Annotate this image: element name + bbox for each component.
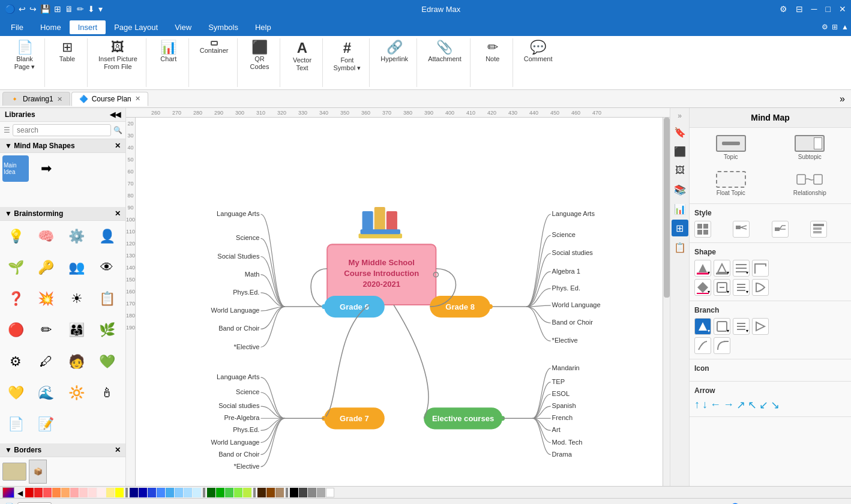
undo-icon[interactable]: ↩	[19, 4, 26, 14]
tab-expand-btn[interactable]: »	[836, 94, 849, 104]
arrow-left[interactable]: ←	[710, 398, 721, 412]
edit-icon[interactable]: ✏	[77, 4, 84, 14]
color-swatch-teal[interactable]	[166, 488, 174, 497]
side-chart-icon[interactable]: 📊	[672, 200, 688, 217]
minimize-icon[interactable]: ─	[811, 4, 817, 14]
menu-file[interactable]: File	[2, 20, 32, 34]
tab-course-plan-close[interactable]: ✕	[135, 95, 140, 103]
shape-eye[interactable]: 👁	[94, 254, 120, 281]
borders-section[interactable]: ▼ Borders ✕	[0, 443, 125, 457]
insert-picture-button[interactable]: 🖼 Insert PictureFrom File	[95, 38, 141, 73]
monitor-icon[interactable]: 🖥	[65, 4, 73, 14]
shape-gear-color[interactable]: ⚙️	[64, 223, 90, 250]
color-swatch-peach[interactable]	[97, 488, 106, 497]
shape-btn-list[interactable]: ▾	[733, 279, 750, 296]
settings-icon[interactable]: ⚙	[780, 4, 787, 14]
scrollbar-thumb[interactable]	[664, 118, 670, 298]
shape-gear-blue[interactable]: ⚙	[2, 349, 29, 375]
color-swatch-green3[interactable]	[225, 488, 233, 497]
mind-map-shapes-close-icon[interactable]: ✕	[115, 142, 121, 150]
comment-button[interactable]: 💬 Comment	[520, 38, 556, 65]
shape-document[interactable]: 📄	[2, 411, 29, 437]
style-btn-3[interactable]	[772, 221, 789, 238]
vertical-scrollbar[interactable]	[663, 118, 670, 486]
save-icon[interactable]: 💾	[40, 4, 50, 14]
shape-brain[interactable]: 🧠	[33, 223, 59, 250]
color-swatch-yellow1[interactable]	[106, 488, 115, 497]
shape-person-dark[interactable]: 👤	[94, 223, 120, 250]
shape-btn-fill[interactable]: ▾	[694, 260, 711, 277]
shape-sun[interactable]: ☀	[64, 286, 90, 312]
color-swatch-gray1[interactable]	[299, 488, 307, 497]
topic-item[interactable]: Topic	[694, 133, 768, 163]
branch-btn-1[interactable]: ▾	[694, 318, 711, 335]
branch-btn-4[interactable]	[752, 318, 769, 335]
shape-btn-outline[interactable]: ▾	[714, 260, 730, 277]
new-window-icon[interactable]: ⊞	[54, 4, 61, 14]
color-swatch-brown1[interactable]	[257, 488, 266, 497]
menu-symbols[interactable]: Symbols	[200, 20, 247, 34]
shape-group[interactable]: 👥	[64, 254, 90, 281]
palette-color-picker[interactable]	[2, 487, 14, 498]
side-image-icon[interactable]: 🖼	[672, 162, 688, 179]
maximize-icon[interactable]: □	[826, 4, 831, 14]
float-topic-item[interactable]: Float Topic	[694, 169, 768, 199]
shape-pencil[interactable]: ✏	[33, 317, 59, 343]
brainstorming-section[interactable]: ▼ Brainstorming ✕	[0, 207, 125, 221]
palette-left-arrow[interactable]: ◀	[17, 489, 25, 496]
mind-map-shapes-section[interactable]: ▼ Mind Map Shapes ✕	[0, 139, 125, 153]
color-swatch-orange2[interactable]	[61, 488, 70, 497]
shape-bulb-outline[interactable]: 🔆	[64, 380, 90, 406]
ribbon-collapse-icon[interactable]: ▲	[841, 23, 849, 31]
color-swatch-yellow2[interactable]	[115, 488, 124, 497]
side-format-icon[interactable]: 📋	[672, 239, 688, 256]
branch-btn-3[interactable]: ▾	[733, 318, 750, 335]
arrow-down-left[interactable]: ↙	[759, 398, 768, 412]
shape-gear-red[interactable]: 🔴	[2, 317, 29, 343]
ribbon-settings-icon[interactable]: ⚙	[822, 23, 828, 31]
color-swatch-blue1[interactable]	[130, 488, 138, 497]
color-swatch-orange1[interactable]	[52, 488, 61, 497]
shape-btn-corner[interactable]	[752, 260, 769, 277]
style-btn-2[interactable]	[733, 221, 750, 238]
close-icon[interactable]: ✕	[839, 4, 846, 14]
color-swatch-tan[interactable]	[275, 488, 284, 497]
color-swatch-pink1[interactable]	[70, 488, 79, 497]
tab-course-plan[interactable]: 🔷 Course Plan ✕	[71, 92, 148, 106]
menu-help[interactable]: Help	[247, 20, 280, 34]
sidebar-collapse-icon[interactable]: ◀◀	[110, 110, 121, 119]
color-swatch-brown2[interactable]	[266, 488, 275, 497]
vector-text-button[interactable]: A VectorText	[287, 38, 317, 74]
blank-page-button[interactable]: 📄 BlankPage ▾	[10, 38, 40, 73]
shape-note-yellow[interactable]: 📝	[33, 411, 59, 437]
shape-btn-edit[interactable]: ▾	[714, 279, 730, 296]
style-btn-4[interactable]	[810, 221, 827, 238]
color-swatch-lime[interactable]	[234, 488, 242, 497]
branch-btn-2[interactable]: ▾	[714, 318, 730, 335]
menu-page-layout[interactable]: Page Layout	[106, 20, 166, 34]
color-swatch-red2[interactable]	[34, 488, 43, 497]
add-page-btn[interactable]: +	[54, 502, 64, 505]
arrow-down[interactable]: ↓	[702, 398, 708, 412]
shape-list[interactable]: 📋	[94, 286, 120, 312]
color-swatch-white[interactable]	[326, 488, 334, 497]
color-swatch-green1[interactable]	[207, 488, 215, 497]
search-input[interactable]	[13, 124, 111, 136]
side-shape-icon[interactable]: ⬛	[672, 143, 688, 160]
arrow-up-right[interactable]: ↗	[736, 398, 745, 412]
chart-button[interactable]: 📊 Chart	[154, 38, 184, 65]
arrow-right[interactable]: →	[723, 398, 734, 412]
color-swatch-yellow3[interactable]	[243, 488, 251, 497]
arrow-up-left[interactable]: ↖	[748, 398, 757, 412]
shape-arrow[interactable]: ➡	[33, 155, 59, 182]
shape-flame[interactable]: 🕯	[94, 380, 120, 406]
download-icon[interactable]: ⬇	[88, 4, 95, 14]
borders-close-icon[interactable]: ✕	[115, 446, 121, 454]
color-swatch-pink3[interactable]	[88, 488, 97, 497]
shape-stick[interactable]: 🖊	[33, 349, 59, 375]
hyperlink-button[interactable]: 🔗 Hyperlink	[377, 38, 412, 65]
ribbon-grid-icon[interactable]: ⊞	[832, 23, 838, 31]
color-swatch-red1[interactable]	[25, 488, 34, 497]
shape-sprout[interactable]: 🌱	[2, 254, 29, 281]
branch-btn-6[interactable]	[714, 337, 730, 354]
